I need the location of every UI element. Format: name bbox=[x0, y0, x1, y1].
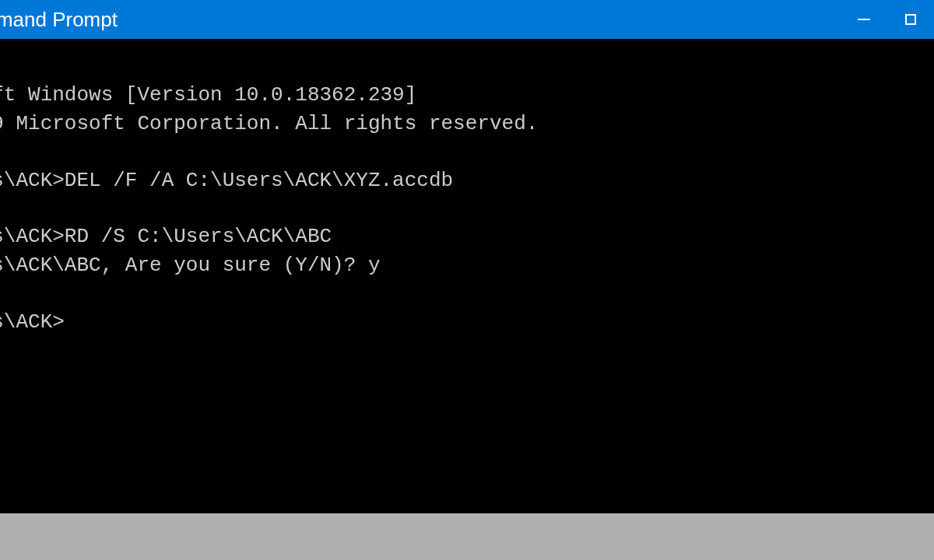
titlebar[interactable]: Command Prompt bbox=[0, 0, 934, 39]
terminal-prompt: C:\Users\ACK> bbox=[0, 310, 65, 334]
terminal-line: C:\Users\ACK>DEL /F /A C:\Users\ACK\XYZ.… bbox=[0, 169, 453, 192]
terminal-line: (c) 2019 Microsoft Corporation. All righ… bbox=[0, 112, 538, 135]
terminal-line: C:\Users\ACK>RD /S C:\Users\ACK\ABC bbox=[0, 225, 332, 248]
minimize-icon bbox=[858, 19, 870, 20]
command-prompt-window: Command Prompt Microsoft Windows [Versio… bbox=[0, 0, 934, 513]
maximize-button[interactable] bbox=[887, 0, 934, 39]
terminal-output[interactable]: Microsoft Windows [Version 10.0.18362.23… bbox=[0, 39, 934, 513]
window-title: Command Prompt bbox=[0, 8, 118, 32]
terminal-line: C:\Users\ACK\ABC, Are you sure (Y/N)? y bbox=[0, 254, 381, 277]
minimize-button[interactable] bbox=[841, 0, 887, 39]
window-controls bbox=[841, 0, 934, 39]
maximize-icon bbox=[905, 14, 916, 25]
terminal-line: Microsoft Windows [Version 10.0.18362.23… bbox=[0, 83, 416, 107]
